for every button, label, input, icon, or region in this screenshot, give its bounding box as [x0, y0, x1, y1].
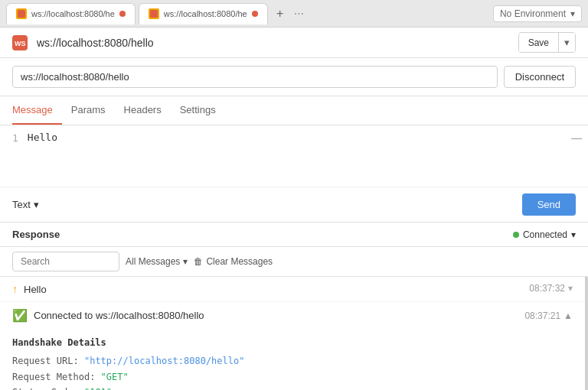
list-item[interactable]: ↑ Hello 08:37:32 ▾ — [0, 277, 585, 302]
text-type-label: Text — [12, 199, 31, 210]
environment-selector[interactable]: No Environment ▾ — [493, 5, 582, 22]
handshake-title: Handshake Details — [12, 335, 573, 350]
response-title: Response — [12, 229, 60, 240]
response-header: Response Connected ▾ — [0, 222, 588, 247]
status-code-row: Status Code: "101" — [12, 385, 573, 390]
filter-chevron-icon: ▾ — [183, 256, 188, 267]
tabs-bar: Message Params Headers Settings — [0, 96, 588, 125]
message-expand-icon-sent[interactable]: ▾ — [568, 283, 573, 294]
tab-label-2: ws://localhost:8080/he — [164, 9, 247, 18]
save-button[interactable]: Save — [519, 34, 558, 52]
connected-message-text: Connected to ws://localhost:8080/hello — [34, 310, 204, 321]
tab-settings[interactable]: Settings — [171, 96, 225, 125]
request-url-row: Request URL: "http://localhost:8080/hell… — [12, 353, 573, 369]
message-text-sent: Hello — [24, 284, 47, 295]
browser-chrome: ws://localhost:8080/he ws://localhost:80… — [0, 0, 588, 28]
connected-expand-icon[interactable]: ▲ — [564, 310, 573, 321]
editor-content-area: 1 Hello — [0, 125, 588, 187]
editor-input[interactable]: Hello — [28, 132, 576, 180]
send-button[interactable]: Send — [522, 193, 576, 216]
line-number: 1 — [12, 132, 18, 180]
message-time-sent: 08:37:32 ▾ — [529, 283, 573, 294]
svg-text:WS: WS — [15, 40, 26, 47]
save-chevron-icon[interactable]: ▾ — [558, 33, 575, 52]
request-method-label: Request Method: — [12, 372, 95, 382]
tab-2[interactable]: ws://localhost:8080/he — [139, 3, 268, 24]
request-method-value: "GET" — [101, 372, 129, 382]
tab-icon-2 — [149, 8, 159, 19]
app-icon: WS — [12, 35, 28, 50]
text-type-chevron-icon: ▾ — [34, 199, 39, 210]
clear-messages-button[interactable]: 🗑 Clear Messages — [194, 256, 273, 267]
svg-rect-0 — [18, 10, 25, 18]
tab-message[interactable]: Message — [12, 96, 62, 125]
save-button-group[interactable]: Save ▾ — [518, 32, 576, 53]
tab-1[interactable]: ws://localhost:8080/he — [6, 3, 136, 24]
connected-message-time: 08:37:21 ▲ — [524, 310, 573, 321]
connected-status: Connected ▾ — [513, 229, 576, 240]
connected-dot-icon — [513, 232, 519, 238]
connected-label: Connected — [523, 229, 567, 240]
filter-label: All Messages — [126, 256, 180, 267]
tab-headers[interactable]: Headers — [115, 96, 171, 125]
response-search-bar: All Messages ▾ 🗑 Clear Messages — [0, 247, 588, 277]
search-input[interactable] — [12, 252, 119, 271]
request-url-label: Request URL: — [12, 356, 79, 366]
request-url-value: "http://localhost:8080/hello" — [84, 356, 245, 366]
tab-params[interactable]: Params — [62, 96, 115, 125]
url-bar: Disconnect — [0, 58, 588, 96]
tab-icon-1 — [16, 8, 27, 19]
list-item: ✅ Connected to ws://localhost:8080/hello… — [0, 302, 585, 390]
text-type-selector[interactable]: Text ▾ — [12, 199, 39, 210]
page-title: ws://localhost:8080/hello — [37, 37, 509, 49]
connected-message-header[interactable]: ✅ Connected to ws://localhost:8080/hello… — [0, 302, 585, 329]
url-input[interactable] — [12, 66, 498, 88]
tab-label-1: ws://localhost:8080/he — [31, 9, 115, 18]
env-chevron-icon: ▾ — [570, 8, 575, 19]
editor-footer: Text ▾ Send — [0, 187, 588, 222]
request-method-row: Request Method: "GET" — [12, 369, 573, 385]
tab-dot-2 — [252, 11, 258, 17]
response-controls: Connected ▾ — [513, 229, 576, 240]
sent-arrow-icon: ↑ — [12, 283, 18, 295]
status-code-label: Status Code: — [12, 387, 79, 390]
new-tab-button[interactable]: + — [271, 5, 289, 23]
filter-dropdown[interactable]: All Messages ▾ — [126, 256, 188, 267]
trash-icon: 🗑 — [194, 256, 203, 267]
disconnect-button[interactable]: Disconnect — [504, 66, 576, 88]
status-code-value: "101" — [84, 387, 112, 390]
app-header: WS ws://localhost:8080/hello Save ▾ — [0, 28, 588, 58]
editor-collapse-icon[interactable]: — — [571, 132, 582, 144]
clear-messages-label: Clear Messages — [206, 256, 273, 267]
env-label: No Environment — [500, 8, 566, 19]
message-left-sent: ↑ Hello — [12, 283, 47, 295]
tab-menu-icon[interactable]: ··· — [294, 7, 304, 21]
check-circle-icon: ✅ — [12, 308, 28, 323]
handshake-details: Handshake Details Request URL: "http://l… — [0, 329, 585, 390]
connected-chevron-icon[interactable]: ▾ — [571, 229, 576, 240]
svg-rect-1 — [150, 10, 158, 18]
messages-container[interactable]: ↑ Hello 08:37:32 ▾ ✅ Connected to ws://l… — [0, 277, 588, 390]
tab-dot-1 — [119, 11, 126, 17]
message-editor: 1 Hello — — [0, 125, 588, 187]
